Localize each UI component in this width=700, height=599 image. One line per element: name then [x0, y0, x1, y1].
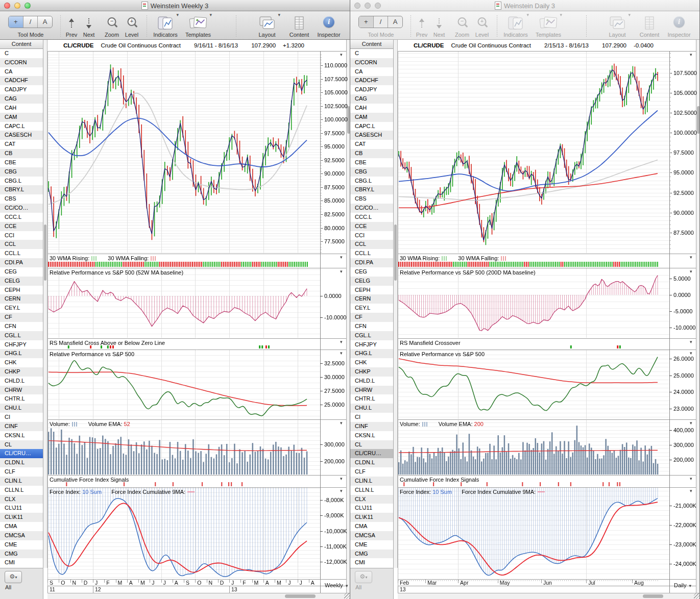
- timeline-month: M: [140, 580, 145, 586]
- axis-label: 200,000: [324, 458, 345, 464]
- vertical-scrollbar[interactable]: [696, 40, 700, 593]
- axis-label: -10.0000: [324, 314, 346, 320]
- rp-line-title: Relative Performance vs S&P 500: [400, 351, 485, 357]
- panel-menu-arrow[interactable]: ▾: [340, 53, 343, 57]
- axis-label: -8,000K: [324, 497, 344, 503]
- panel-menu-arrow[interactable]: ▾: [690, 269, 692, 273]
- date-range: 2/15/13 - 8/16/13: [544, 42, 589, 48]
- timeline-month: J: [231, 580, 234, 586]
- timeline-month: J: [95, 580, 98, 586]
- resize-grip[interactable]: [694, 593, 700, 599]
- chart-canvas[interactable]: [0, 0, 350, 599]
- volume-title: Volume: Volume EMA: 200: [400, 421, 484, 427]
- timeline-month: A: [265, 580, 269, 586]
- last-price: 107.2900: [602, 42, 626, 48]
- timeline-month: M: [277, 580, 281, 586]
- mansfield-title: RS Mansfield Cross Above or Below Zero L…: [50, 340, 165, 346]
- panel-menu-arrow[interactable]: ▾: [690, 53, 692, 57]
- timeline-month: D: [84, 580, 88, 586]
- axis-label: 105.0000: [673, 90, 697, 96]
- axis-label: 5.0000: [673, 276, 691, 282]
- axis-label: 32.5000: [324, 360, 345, 366]
- timeline-month: F: [106, 580, 109, 586]
- date-range: 9/16/11 - 8/16/13: [194, 42, 238, 48]
- panel-menu-arrow[interactable]: ▾: [340, 255, 343, 259]
- axis-label: -10,000K: [324, 528, 347, 534]
- panel-menu-arrow[interactable]: ▾: [340, 489, 343, 493]
- symbol-label: CL/CRUDE: [414, 42, 444, 48]
- panel-menu-arrow[interactable]: ▾: [690, 477, 692, 481]
- period-selector[interactable]: Daily▾: [674, 582, 691, 588]
- volume-glyph-icon: [72, 422, 78, 427]
- mansfield-title: RS Mansfield Crossover: [400, 340, 461, 346]
- timeline-month: Apr: [460, 580, 468, 586]
- rp-hist-title: Relative Performance vs S&P 500 (200D MA…: [400, 269, 536, 276]
- wma-panel-title: 30 WMA Rising: 30 WMA Falling:: [50, 255, 158, 261]
- axis-label: 24.0000: [673, 389, 694, 395]
- panel-menu-arrow[interactable]: ▾: [340, 269, 343, 273]
- panel-menu-arrow[interactable]: ▾: [690, 489, 692, 493]
- falling-glyph-icon: [151, 256, 156, 261]
- panel-menu-arrow[interactable]: ▾: [340, 421, 343, 425]
- timeline-month: J: [288, 580, 291, 586]
- panel-menu-arrow[interactable]: ▾: [690, 351, 692, 355]
- instrument-name: Crude Oil Continuous Contract: [451, 42, 531, 48]
- axis-label: -21,000K: [673, 503, 696, 509]
- axis-label: 30.0000: [324, 374, 345, 380]
- panel-menu-arrow[interactable]: ▾: [690, 255, 692, 259]
- timeline-month: J: [163, 580, 166, 586]
- horizontal-scroll-thumb[interactable]: [643, 594, 663, 598]
- panel-menu-arrow[interactable]: ▾: [340, 351, 343, 355]
- axis-label: 102.5000: [673, 110, 697, 116]
- timeline-month: A: [129, 580, 133, 586]
- chart-canvas[interactable]: [350, 0, 700, 599]
- panel-menu-arrow[interactable]: ▾: [690, 421, 692, 425]
- chart-title-bar: CL/CRUDE Crude Oil Continuous Contract 9…: [47, 40, 320, 51]
- axis-label: -9,000K: [324, 512, 344, 518]
- window-weinstein-daily: Weinstein Daily 3 + / A Tool Mode Prev N…: [350, 0, 700, 599]
- axis-label: 200,000: [673, 457, 694, 463]
- axis-label: -23,000K: [673, 541, 696, 547]
- timeline-year: 11: [50, 586, 55, 592]
- symbol-label: CL/CRUDE: [63, 42, 93, 48]
- axis-label: 300,000: [324, 441, 345, 447]
- axis-label: 400,000: [673, 427, 694, 433]
- horizontal-scrollbar[interactable]: [47, 593, 350, 599]
- panel-menu-arrow[interactable]: ▾: [340, 477, 343, 481]
- volume-glyph-icon: [422, 422, 428, 427]
- window-weinstein-weekly: Weinstein Weekly 3 + / A Tool Mode Prev …: [0, 0, 350, 599]
- axis-label: 26.0000: [673, 356, 694, 362]
- timeline-month: May: [500, 580, 510, 586]
- vertical-scrollbar[interactable]: [346, 40, 350, 593]
- timeline-month: Feb: [400, 580, 409, 586]
- axis-label: 77.5000: [324, 238, 345, 244]
- resize-grip[interactable]: [344, 593, 350, 599]
- wma-panel-title: 30 WMA Rising: 30 WMA Falling:: [400, 255, 509, 261]
- axis-label: -22,000K: [673, 522, 696, 528]
- axis-label: 27.5000: [324, 388, 345, 394]
- last-price: 107.2900: [251, 42, 276, 48]
- axis-label: 25.0000: [673, 372, 694, 379]
- timeline-year: 13: [231, 586, 237, 592]
- timeline-month: F: [243, 580, 246, 586]
- period-selector[interactable]: Weekly▾: [325, 582, 348, 588]
- price-change: +1.3200: [283, 42, 304, 48]
- horizontal-scroll-thumb[interactable]: [285, 594, 316, 598]
- timeline-month: N: [209, 580, 213, 586]
- axis-label: 87.5000: [673, 230, 694, 236]
- panel-menu-arrow[interactable]: ▾: [340, 340, 343, 344]
- axis-label: -11,000K: [324, 543, 347, 550]
- axis-label: 100.0000: [324, 116, 348, 122]
- horizontal-scrollbar[interactable]: [398, 593, 700, 599]
- axis-label: 97.5000: [324, 130, 345, 136]
- axis-label: 95.0000: [324, 143, 345, 149]
- price-change: -0.0400: [634, 42, 654, 48]
- axis-label: 90.0000: [673, 210, 694, 216]
- vertical-scroll-thumb[interactable]: [697, 106, 700, 134]
- timeline-month: M: [118, 580, 123, 586]
- axis-label: 92.5000: [324, 157, 345, 163]
- timeline-month: S: [186, 580, 189, 586]
- panel-menu-arrow[interactable]: ▾: [690, 340, 692, 344]
- rising-glyph-icon: [442, 256, 447, 261]
- force-ma-glyph-icon: [538, 491, 545, 492]
